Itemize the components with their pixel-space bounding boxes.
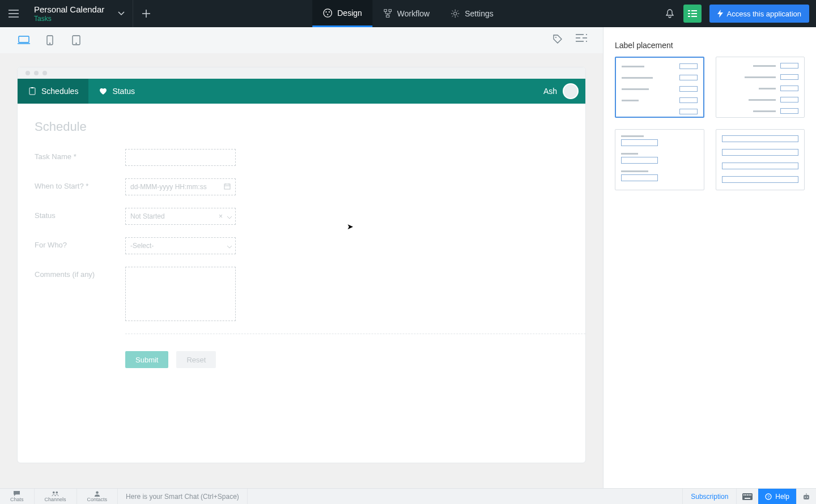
- chevron-down-icon: [227, 243, 232, 251]
- tab-design[interactable]: Design: [312, 0, 372, 27]
- svg-point-17: [53, 492, 55, 494]
- svg-rect-23: [747, 494, 748, 496]
- device-desktop[interactable]: [16, 32, 32, 48]
- when-label: When to Start? *: [35, 178, 125, 190]
- keyboard-icon: [742, 493, 753, 500]
- theme-button[interactable]: [683, 5, 702, 23]
- svg-rect-15: [31, 87, 33, 88]
- plus-icon: [142, 10, 150, 18]
- list-icon: [688, 10, 697, 17]
- avatar[interactable]: [563, 83, 579, 99]
- tab-workflow[interactable]: Workflow: [372, 0, 440, 27]
- form-title: Schedule: [35, 119, 568, 134]
- task-name-input[interactable]: [125, 149, 236, 166]
- keyboard-button[interactable]: [736, 489, 758, 504]
- submit-button[interactable]: Submit: [125, 351, 168, 368]
- preview-tab-status-label: Status: [112, 87, 135, 96]
- add-button[interactable]: [133, 0, 159, 27]
- contacts-icon: [94, 490, 101, 497]
- preview-tab-status[interactable]: Status: [88, 79, 145, 104]
- device-tablet[interactable]: [68, 32, 84, 48]
- mobile-icon: [46, 35, 53, 45]
- svg-point-30: [805, 497, 806, 498]
- bb-contacts[interactable]: Contacts: [77, 489, 118, 504]
- subscription-label: Subscription: [691, 493, 728, 501]
- bb-contacts-label: Contacts: [87, 497, 108, 502]
- when-input[interactable]: dd-MMM-yyyy HH:mm:ss: [125, 178, 236, 195]
- status-label: Status: [35, 208, 125, 220]
- hamburger-menu[interactable]: [0, 0, 27, 27]
- bb-channels[interactable]: Channels: [35, 489, 77, 504]
- svg-point-18: [56, 492, 58, 494]
- svg-point-19: [96, 491, 99, 494]
- help-label: Help: [775, 493, 789, 501]
- smart-chat-placeholder: Here is your Smart Chat (Ctrl+Space): [126, 493, 239, 501]
- label-placement-top-single[interactable]: [615, 129, 704, 190]
- svg-rect-6: [386, 15, 389, 18]
- task-name-label: Task Name *: [35, 149, 125, 161]
- for-who-select[interactable]: -Select-: [125, 237, 236, 254]
- layout-tool[interactable]: [576, 33, 587, 47]
- svg-point-31: [807, 497, 808, 498]
- svg-rect-24: [749, 494, 750, 496]
- channels-icon: [52, 490, 59, 497]
- app-switcher[interactable]: [110, 0, 133, 27]
- tag-icon: [552, 33, 563, 45]
- device-mobile[interactable]: [42, 32, 58, 48]
- layout-icon: [576, 33, 587, 42]
- bottombar: Chats Channels Contacts Here is your Sma…: [0, 488, 816, 504]
- calendar-icon: [224, 183, 231, 191]
- clipboard-icon: [28, 87, 37, 96]
- tab-settings[interactable]: Settings: [440, 0, 504, 27]
- chat-icon: [13, 490, 20, 497]
- window-dot: [26, 71, 30, 75]
- preview-app-header: Schedules Status Ash: [18, 79, 585, 104]
- workflow-icon: [382, 8, 393, 19]
- svg-point-7: [453, 12, 456, 15]
- comments-textarea[interactable]: [125, 267, 236, 321]
- bot-button[interactable]: [796, 489, 816, 504]
- tag-tool[interactable]: [552, 33, 563, 47]
- preview-tab-schedules-label: Schedules: [41, 87, 78, 96]
- label-placement-right[interactable]: [716, 57, 805, 118]
- preview-user-name: Ash: [543, 87, 557, 96]
- subscription-link[interactable]: Subscription: [682, 489, 736, 504]
- canvas-column: Schedules Status Ash Schedule Task Name …: [0, 27, 603, 488]
- bb-channels-label: Channels: [45, 497, 66, 502]
- preview-frame: Schedules Status Ash Schedule Task Name …: [17, 67, 586, 463]
- for-who-label: For Who?: [35, 237, 125, 249]
- reset-button[interactable]: Reset: [176, 351, 216, 368]
- svg-rect-5: [389, 10, 392, 12]
- help-button[interactable]: ? Help: [758, 489, 796, 504]
- app-title: Personal Calendar: [34, 5, 104, 15]
- svg-rect-14: [29, 88, 35, 95]
- help-icon: ?: [765, 493, 772, 500]
- svg-point-1: [325, 11, 326, 12]
- bolt-icon: [717, 10, 723, 18]
- notifications-button[interactable]: [664, 8, 675, 19]
- svg-rect-4: [384, 10, 387, 12]
- svg-rect-8: [19, 36, 29, 42]
- bot-icon: [802, 493, 810, 501]
- clear-icon[interactable]: ×: [219, 212, 223, 220]
- status-select[interactable]: Not Started ×: [125, 208, 236, 225]
- svg-point-13: [555, 37, 556, 38]
- label-placement-left[interactable]: [615, 57, 704, 118]
- when-placeholder: dd-MMM-yyyy HH:mm:ss: [130, 183, 207, 191]
- svg-point-2: [329, 11, 330, 12]
- smart-chat-input[interactable]: Here is your Smart Chat (Ctrl+Space): [118, 489, 248, 504]
- main-area: Schedules Status Ash Schedule Task Name …: [0, 27, 816, 488]
- submit-label: Submit: [135, 356, 158, 364]
- tab-design-label: Design: [337, 8, 362, 18]
- label-placement-top-full[interactable]: [716, 129, 805, 190]
- svg-rect-29: [804, 495, 809, 499]
- preview-tab-schedules[interactable]: Schedules: [18, 79, 88, 104]
- bb-chats[interactable]: Chats: [0, 489, 35, 504]
- access-label: Access this application: [726, 10, 801, 18]
- heart-icon: [99, 87, 108, 96]
- app-title-block[interactable]: Personal Calendar Tasks: [27, 0, 110, 27]
- topbar: Personal Calendar Tasks Design Workflow …: [0, 0, 816, 27]
- status-value: Not Started: [130, 212, 165, 220]
- window-titlebar: [18, 67, 585, 79]
- access-application-button[interactable]: Access this application: [709, 5, 809, 23]
